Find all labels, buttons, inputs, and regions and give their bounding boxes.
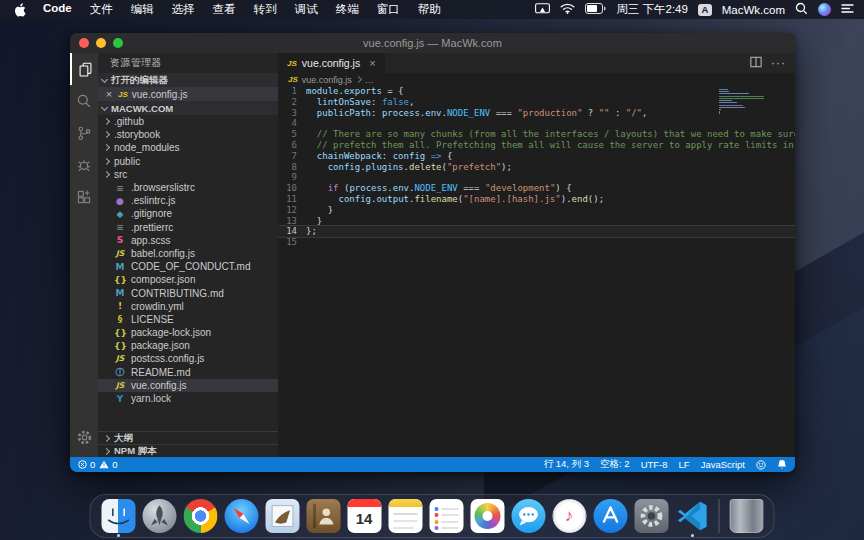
trash-dock-icon[interactable] [729, 499, 763, 533]
menu-clock[interactable]: 周三 下午2:49 [616, 2, 688, 17]
minimap[interactable] [719, 89, 766, 116]
tree-item-LICENSE[interactable]: §LICENSE [98, 313, 278, 326]
tab-close-icon[interactable]: × [369, 57, 375, 69]
close-icon[interactable]: × [104, 88, 114, 100]
tree-item-composer.json[interactable]: {}composer.json [98, 273, 278, 286]
debug-icon[interactable] [70, 149, 98, 181]
menu-item-8[interactable]: 窗口 [368, 2, 409, 17]
code-line-5[interactable]: 5 // There are so many chunks (from all … [278, 129, 795, 140]
language-mode[interactable]: JavaScript [701, 459, 745, 470]
code-line-15[interactable]: 15 [278, 237, 795, 248]
code-line-6[interactable]: 6 // prefetch them all. Prefetching them… [278, 140, 795, 151]
project-root-header[interactable]: MACWK.COM [98, 101, 278, 115]
eol-sequence[interactable]: LF [679, 459, 690, 470]
tree-item-CONTRIBUTING.md[interactable]: MCONTRIBUTING.md [98, 286, 278, 299]
calendar-dock-icon[interactable]: 14 [347, 499, 381, 533]
open-editor-item[interactable]: × JS vue.config.js [98, 87, 278, 101]
menu-item-0[interactable]: Code [34, 2, 81, 17]
explorer-icon[interactable] [70, 53, 98, 85]
tree-item-CODE_OF_CONDUCT.md[interactable]: MCODE_OF_CONDUCT.md [98, 260, 278, 273]
siri-icon[interactable] [818, 3, 831, 16]
input-source-icon[interactable]: A [698, 4, 712, 16]
code-line-11[interactable]: 11 config.output.filename("[name].[hash]… [278, 194, 795, 205]
code-line-3[interactable]: 3 publicPath: process.env.NODE_ENV === "… [278, 108, 795, 119]
finder-dock-icon[interactable] [101, 499, 135, 533]
tree-item-.storybook[interactable]: .storybook [98, 128, 278, 141]
vscode-dock-icon[interactable] [675, 499, 709, 533]
tree-item-postcss.config.js[interactable]: JSpostcss.config.js [98, 352, 278, 365]
search-icon[interactable] [70, 85, 98, 117]
chrome-dock-icon[interactable] [183, 499, 217, 533]
npm-scripts-section[interactable]: NPM 脚本 [98, 444, 278, 457]
notification-center-icon[interactable] [841, 3, 854, 16]
battery-icon[interactable] [585, 3, 606, 16]
tree-item-package.json[interactable]: {}package.json [98, 339, 278, 352]
notifications-bell-icon[interactable] [777, 459, 787, 470]
tree-item-.browserslistrc[interactable]: ≡.browserslistrc [98, 181, 278, 194]
notes-dock-icon[interactable] [388, 499, 422, 533]
code-line-13[interactable]: 13 } [278, 216, 795, 227]
code-line-7[interactable]: 7 chainWebpack: config => { [278, 151, 795, 162]
code-line-1[interactable]: 1module.exports = { [278, 86, 795, 97]
mail-dock-icon[interactable] [265, 499, 299, 533]
tree-item-.prettierrc[interactable]: ≡.prettierrc [98, 221, 278, 234]
menu-item-7[interactable]: 终端 [327, 2, 368, 17]
more-actions-icon[interactable]: ··· [771, 56, 786, 70]
tree-item-public[interactable]: public [98, 155, 278, 168]
tree-item-.eslintrc.js[interactable]: ●.eslintrc.js [98, 194, 278, 207]
messages-dock-icon[interactable] [511, 499, 545, 533]
code-line-4[interactable]: 4 [278, 118, 795, 129]
indentation[interactable]: 空格: 2 [600, 458, 630, 471]
music-dock-icon[interactable]: ♪ [552, 499, 586, 533]
menu-item-9[interactable]: 帮助 [409, 2, 450, 17]
menu-item-3[interactable]: 选择 [163, 2, 204, 17]
tree-item-babel.config.js[interactable]: JSbabel.config.js [98, 247, 278, 260]
close-window-button[interactable] [79, 38, 89, 48]
tree-item-.gitignore[interactable]: ◆.gitignore [98, 207, 278, 220]
wifi-icon[interactable] [560, 3, 575, 16]
menu-brand[interactable]: MacWk.com [722, 4, 785, 16]
safari-dock-icon[interactable] [224, 499, 258, 533]
problems-errors[interactable]: 0 [78, 459, 95, 470]
tab-vue-config[interactable]: JS vue.config.js × [278, 53, 385, 73]
problems-warnings[interactable]: 0 [99, 459, 117, 470]
source-control-icon[interactable] [70, 117, 98, 149]
spotlight-search-icon[interactable] [795, 2, 808, 17]
reminders-dock-icon[interactable] [429, 499, 463, 533]
menu-item-5[interactable]: 转到 [245, 2, 286, 17]
contacts-dock-icon[interactable] [306, 499, 340, 533]
tree-item-.github[interactable]: .github [98, 115, 278, 128]
open-editors-header[interactable]: 打开的编辑器 [98, 73, 278, 87]
menu-item-2[interactable]: 编辑 [122, 2, 163, 17]
code-line-12[interactable]: 12 } [278, 205, 795, 216]
split-editor-icon[interactable] [750, 54, 762, 72]
settings-dock-icon[interactable] [634, 499, 668, 533]
window-title-bar[interactable]: vue.config.js — MacWk.com [70, 33, 795, 53]
code-line-8[interactable]: 8 config.plugins.delete("prefetch"); [278, 162, 795, 173]
breadcrumb[interactable]: JS vue.config.js … [278, 73, 795, 86]
code-line-14[interactable]: 14}; [278, 226, 795, 237]
tree-item-README.md[interactable]: ⓘREADME.md [98, 366, 278, 379]
minimize-window-button[interactable] [96, 38, 106, 48]
display-mirroring-icon[interactable] [535, 3, 550, 17]
tree-item-src[interactable]: src [98, 168, 278, 181]
apple-menu-icon[interactable] [10, 3, 34, 17]
cursor-position[interactable]: 行 14, 列 3 [544, 458, 589, 471]
menu-item-1[interactable]: 文件 [81, 2, 122, 17]
tree-item-node_modules[interactable]: node_modules [98, 141, 278, 154]
photos-dock-icon[interactable] [470, 499, 504, 533]
zoom-window-button[interactable] [113, 38, 123, 48]
menu-item-6[interactable]: 调试 [286, 2, 327, 17]
outline-section[interactable]: 大纲 [98, 431, 278, 444]
feedback-smiley-icon[interactable] [756, 460, 766, 470]
extensions-icon[interactable] [70, 181, 98, 213]
code-line-9[interactable]: 9 [278, 172, 795, 183]
settings-gear-icon[interactable] [70, 421, 98, 453]
launchpad-dock-icon[interactable] [142, 499, 176, 533]
code-line-10[interactable]: 10 if (process.env.NODE_ENV === "develop… [278, 183, 795, 194]
tree-item-app.scss[interactable]: Sapp.scss [98, 234, 278, 247]
code-editor[interactable]: 1module.exports = {2 lintOnSave: false,3… [278, 86, 795, 457]
code-line-2[interactable]: 2 lintOnSave: false, [278, 97, 795, 108]
tree-item-yarn.lock[interactable]: Yyarn.lock [98, 392, 278, 405]
tree-item-crowdin.yml[interactable]: !crowdin.yml [98, 300, 278, 313]
